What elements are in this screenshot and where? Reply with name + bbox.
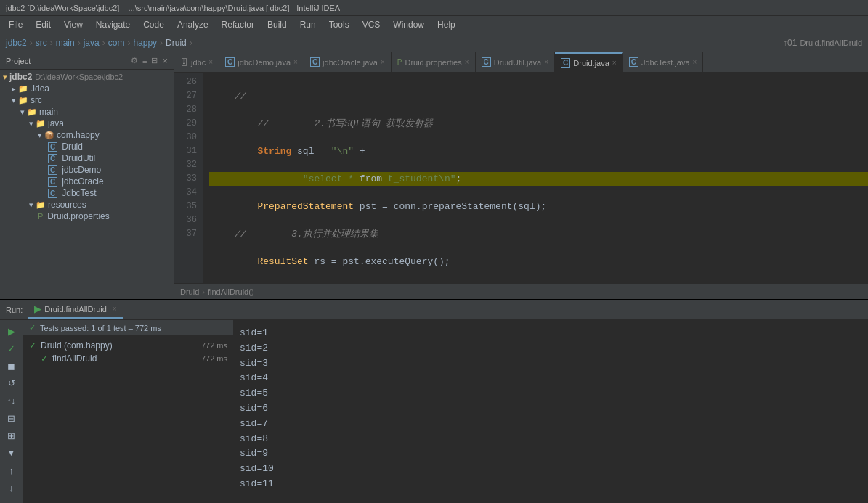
code-content[interactable]: // // 2.书写SQL语句 获取发射器 String sql = "\n" … <box>203 73 868 283</box>
tab-druid-properties[interactable]: P Druid.properties × <box>392 52 476 73</box>
tree-item-jdbcoracle[interactable]: C jdbcOracle <box>0 176 174 187</box>
menu-item-tools[interactable]: Tools <box>323 18 355 31</box>
run-tab-druid[interactable]: ▶ Druid.findAllDruid × <box>28 300 122 319</box>
code-line-31: ResultSet rs = pst.executeQuery(); <box>209 255 868 269</box>
breadcrumb-project[interactable]: jdbc2 <box>6 38 27 48</box>
tree-item-main[interactable]: ▾ 📁 main <box>0 106 174 118</box>
tree-item-druidutil[interactable]: C DruidUtil <box>0 152 174 164</box>
run-tab-close[interactable]: × <box>113 305 117 313</box>
tab-close-jdbctest[interactable]: × <box>693 58 697 66</box>
tree-item-idea[interactable]: ▸ 📁 .idea <box>0 83 174 94</box>
run-collapse-button[interactable]: ⊟ <box>4 410 20 426</box>
tab-jdbctest[interactable]: C JdbcTest.java × <box>623 52 704 73</box>
menu-item-window[interactable]: Window <box>387 18 430 31</box>
run-content: ▶ ✓ ◼ ↺ ↑↓ ⊟ ⊞ ▼ ↑ ↓ » ✓ Tests passed: 1… <box>0 320 868 503</box>
code-line-27b: String sql = "\n" + <box>209 144 868 158</box>
run-rerun-button[interactable]: ↺ <box>4 375 20 391</box>
run-down-button[interactable]: ↓ <box>4 480 20 496</box>
run-panel-header: Run: ▶ Druid.findAllDruid × <box>0 300 868 320</box>
run-label: Run: <box>6 306 23 314</box>
tree-item-com-happy[interactable]: ▾ 📦 com.happy <box>0 129 174 141</box>
test-status-bar: ✓ Tests passed: 1 of 1 test – 772 ms <box>23 320 233 336</box>
output-panel: sid=1 sid=2 sid=3 sid=4 sid=5 sid=6 sid=… <box>234 320 868 503</box>
tab-close-jdbcdemo[interactable]: × <box>293 58 298 66</box>
project-panel: Project ⚙ ≡ ⊟ × ▾ jdbc2 D:\ideaWorkSpace… <box>0 52 174 299</box>
test-tree: ✓ Druid (com.happy) 772 ms ✓ findAllDrui… <box>23 336 233 503</box>
tree-item-resources[interactable]: ▾ 📁 resources <box>0 199 174 210</box>
output-sid8: sid=8 <box>240 432 862 447</box>
tree-item-druid-properties[interactable]: P Druid.properties <box>0 210 174 222</box>
breadcrumb-bar: jdbc2 › src › main › java › com › happy … <box>0 33 868 52</box>
test-method-item[interactable]: ✓ findAllDruid 772 ms <box>23 352 233 365</box>
breadcrumb-druid-label[interactable]: Druid <box>180 287 199 296</box>
titlebar: jdbc2 [D:\ideaWorkSpace\jdbc2] – ...\src… <box>0 0 868 16</box>
project-collapse-icon[interactable]: ⊟ <box>151 56 158 65</box>
menu-item-vcs[interactable]: VCS <box>357 18 386 31</box>
run-filter-button[interactable]: ▼ <box>4 445 20 461</box>
menu-item-help[interactable]: Help <box>431 18 461 31</box>
run-expand-button[interactable]: ⊞ <box>4 428 20 443</box>
test-results: ✓ Tests passed: 1 of 1 test – 772 ms ✓ D… <box>23 320 234 503</box>
menu-item-file[interactable]: File <box>3 18 28 31</box>
menu-item-run[interactable]: Run <box>294 18 322 31</box>
breadcrumb-main[interactable]: main <box>56 38 75 48</box>
project-settings-icon[interactable]: ≡ <box>142 57 147 65</box>
title-text: jdbc2 [D:\ideaWorkSpace\jdbc2] – ...\src… <box>6 4 340 12</box>
test-method-check: ✓ <box>41 353 48 364</box>
code-line-29: PreparedStatement pst = conn.prepareStat… <box>209 200 868 213</box>
tab-jdbc[interactable]: 🗄 jdbc × <box>174 52 219 73</box>
menu-item-refactor[interactable]: Refactor <box>216 18 260 31</box>
run-more-button[interactable]: » <box>4 497 20 503</box>
menu-item-code[interactable]: Code <box>137 18 170 31</box>
menu-item-view[interactable]: View <box>58 18 89 31</box>
tab-close-druid-properties[interactable]: × <box>465 58 469 66</box>
tab-druid[interactable]: C Druid.java × <box>555 52 623 73</box>
code-line-28: "select * from t_student\n"; <box>209 172 868 186</box>
tab-jdbcoracle[interactable]: C jdbcOracle.java × <box>304 52 392 73</box>
run-panel: Run: ▶ Druid.findAllDruid × ▶ ✓ ◼ ↺ ↑↓ ⊟… <box>0 299 868 503</box>
output-sid11: sid=11 <box>240 477 862 492</box>
test-status-text: Tests passed: 1 of 1 test – 772 ms <box>40 324 161 332</box>
project-panel-title: Project <box>6 57 31 65</box>
tab-jdbcdemo[interactable]: C jdbcDemo.java × <box>219 52 304 73</box>
menu-item-navigate[interactable]: Navigate <box>90 18 136 31</box>
run-tab-label: Druid.findAllDruid <box>44 305 107 314</box>
run-stop-button[interactable]: ◼ <box>4 358 20 374</box>
tree-item-jdbcdemo[interactable]: C jdbcDemo <box>0 164 174 176</box>
test-suite-time: 772 ms <box>201 341 227 350</box>
breadcrumb-java[interactable]: java <box>84 38 100 48</box>
tree-item-root[interactable]: ▾ jdbc2 D:\ideaWorkSpace\jdbc2 <box>0 71 174 83</box>
project-close-icon[interactable]: × <box>162 55 168 66</box>
run-check-button[interactable]: ✓ <box>4 340 20 356</box>
breadcrumb-com[interactable]: com <box>108 38 125 48</box>
test-suite-check: ✓ <box>29 340 36 351</box>
run-up-button[interactable]: ↑ <box>4 462 20 478</box>
test-suite-item[interactable]: ✓ Druid (com.happy) 772 ms <box>23 339 233 352</box>
tab-close-jdbc[interactable]: × <box>208 58 213 66</box>
tree-item-src[interactable]: ▾ 📁 src <box>0 94 174 106</box>
breadcrumb-findalldruid-label[interactable]: findAllDruid() <box>208 287 254 296</box>
code-editor[interactable]: 26 27 28 29 30 31 32 33 34 35 36 37 // /… <box>174 73 868 283</box>
tab-close-jdbcoracle[interactable]: × <box>381 58 385 66</box>
output-sid9: sid=9 <box>240 446 862 462</box>
tab-druidutil[interactable]: C DruidUtil.java × <box>476 52 556 73</box>
tab-close-druid[interactable]: × <box>612 59 617 67</box>
menu-item-build[interactable]: Build <box>261 18 293 31</box>
line-numbers: 26 27 28 29 30 31 32 33 34 35 36 37 <box>174 73 203 283</box>
code-line-30: // 3.执行并处理结果集 <box>209 227 868 241</box>
menu-item-analyze[interactable]: Analyze <box>171 18 214 31</box>
tab-close-druidutil[interactable]: × <box>544 58 548 66</box>
run-sort-button[interactable]: ↑↓ <box>4 393 20 409</box>
main-layout: Project ⚙ ≡ ⊟ × ▾ jdbc2 D:\ideaWorkSpace… <box>0 52 868 299</box>
breadcrumb-src[interactable]: src <box>36 38 47 48</box>
project-panel-header: Project ⚙ ≡ ⊟ × <box>0 52 174 70</box>
test-suite-label: Druid (com.happy) <box>41 340 113 351</box>
breadcrumb-happy[interactable]: happy <box>133 38 157 48</box>
menu-item-edit[interactable]: Edit <box>30 18 57 31</box>
tree-item-druid[interactable]: C Druid <box>0 141 174 152</box>
tree-item-java[interactable]: ▾ 📁 java <box>0 118 174 129</box>
project-gear-icon[interactable]: ⚙ <box>131 56 138 65</box>
tree-item-jdbctest[interactable]: C JdbcTest <box>0 187 174 199</box>
run-play-button[interactable]: ▶ <box>4 323 20 339</box>
output-sid5: sid=5 <box>240 386 862 401</box>
